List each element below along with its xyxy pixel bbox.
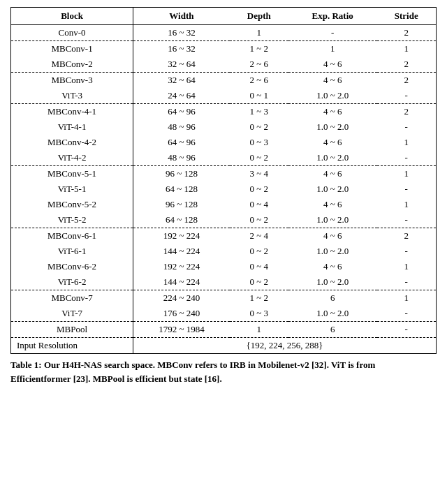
table-row: ViT-4-148 ~ 960 ~ 21.0 ~ 2.0- — [11, 119, 437, 135]
table-row: ViT-4-248 ~ 960 ~ 21.0 ~ 2.0- — [11, 150, 437, 166]
cell-depth: 0 ~ 2 — [230, 244, 288, 259]
cell-stride: - — [377, 306, 437, 322]
cell-depth: 0 ~ 3 — [230, 306, 288, 322]
cell-exp-ratio: 6 — [288, 322, 377, 338]
cell-width: 64 ~ 96 — [133, 135, 230, 150]
cell-depth: 1 ~ 2 — [230, 290, 288, 306]
table-row: MBConv-116 ~ 321 ~ 211 — [11, 41, 437, 57]
cell-width: 144 ~ 224 — [133, 244, 230, 259]
cell-exp-ratio: 1.0 ~ 2.0 — [288, 274, 377, 290]
cell-exp-ratio: 4 ~ 6 — [288, 259, 377, 274]
input-resolution-row: Input Resolution{192, 224, 256, 288} — [11, 338, 437, 354]
cell-depth: 1 — [230, 322, 288, 338]
table-caption: Table 1: Our H4H-NAS search space. MBCon… — [10, 358, 437, 385]
table-row: MBConv-6-1192 ~ 2242 ~ 44 ~ 62 — [11, 228, 437, 244]
cell-stride: 1 — [377, 197, 437, 212]
cell-stride: - — [377, 150, 437, 166]
cell-stride: 2 — [377, 25, 437, 41]
cell-stride: - — [377, 88, 437, 104]
cell-stride: - — [377, 212, 437, 228]
cell-block: ViT-5-1 — [11, 181, 133, 197]
cell-block: Conv-0 — [11, 25, 133, 41]
table-row: MBConv-4-164 ~ 961 ~ 34 ~ 62 — [11, 104, 437, 120]
cell-block: MBConv-3 — [11, 73, 133, 89]
cell-exp-ratio: 1.0 ~ 2.0 — [288, 306, 377, 322]
col-exp-ratio: Exp. Ratio — [288, 8, 377, 25]
cell-block: MBConv-6-2 — [11, 259, 133, 274]
cell-depth: 0 ~ 4 — [230, 197, 288, 212]
cell-depth: 0 ~ 2 — [230, 274, 288, 290]
cell-width: 96 ~ 128 — [133, 197, 230, 212]
cell-exp-ratio: - — [288, 25, 377, 41]
cell-depth: 2 ~ 4 — [230, 228, 288, 244]
cell-width: 32 ~ 64 — [133, 73, 230, 89]
cell-stride: - — [377, 119, 437, 135]
cell-depth: 2 ~ 6 — [230, 73, 288, 89]
table-row: MBConv-7224 ~ 2401 ~ 261 — [11, 290, 437, 306]
table-row: MBConv-5-196 ~ 1283 ~ 44 ~ 61 — [11, 166, 437, 182]
cell-stride: - — [377, 322, 437, 338]
cell-stride: 1 — [377, 290, 437, 306]
table-row: ViT-5-264 ~ 1280 ~ 21.0 ~ 2.0- — [11, 212, 437, 228]
cell-block: ViT-3 — [11, 88, 133, 104]
cell-depth: 1 — [230, 25, 288, 41]
cell-stride: 2 — [377, 228, 437, 244]
cell-block: MBConv-1 — [11, 41, 133, 57]
table-row: ViT-6-1144 ~ 2240 ~ 21.0 ~ 2.0- — [11, 244, 437, 259]
cell-exp-ratio: 1.0 ~ 2.0 — [288, 181, 377, 197]
cell-block: MBConv-4-2 — [11, 135, 133, 150]
cell-block: ViT-4-1 — [11, 119, 133, 135]
cell-width: 192 ~ 224 — [133, 259, 230, 274]
col-block: Block — [11, 8, 133, 25]
cell-width: 16 ~ 32 — [133, 41, 230, 57]
cell-width: 48 ~ 96 — [133, 119, 230, 135]
cell-stride: - — [377, 244, 437, 259]
input-resolution-value: {192, 224, 256, 288} — [133, 338, 437, 354]
cell-stride: 2 — [377, 104, 437, 120]
col-width: Width — [133, 8, 230, 25]
table-row: MBPool1792 ~ 198416- — [11, 322, 437, 338]
cell-stride: 1 — [377, 166, 437, 182]
cell-block: MBConv-4-1 — [11, 104, 133, 120]
cell-depth: 0 ~ 4 — [230, 259, 288, 274]
cell-exp-ratio: 4 ~ 6 — [288, 197, 377, 212]
cell-depth: 2 ~ 6 — [230, 57, 288, 73]
cell-exp-ratio: 4 ~ 6 — [288, 73, 377, 89]
cell-depth: 3 ~ 4 — [230, 166, 288, 182]
main-table: Block Width Depth Exp. Ratio Stride Conv… — [10, 7, 437, 354]
cell-width: 1792 ~ 1984 — [133, 322, 230, 338]
table-container: Block Width Depth Exp. Ratio Stride Conv… — [10, 7, 437, 385]
cell-depth: 0 ~ 2 — [230, 181, 288, 197]
cell-width: 64 ~ 96 — [133, 104, 230, 120]
table-row: Conv-016 ~ 321-2 — [11, 25, 437, 41]
cell-width: 224 ~ 240 — [133, 290, 230, 306]
cell-exp-ratio: 1 — [288, 41, 377, 57]
cell-block: MBConv-6-1 — [11, 228, 133, 244]
cell-width: 192 ~ 224 — [133, 228, 230, 244]
cell-stride: 2 — [377, 73, 437, 89]
table-row: ViT-5-164 ~ 1280 ~ 21.0 ~ 2.0- — [11, 181, 437, 197]
cell-block: MBConv-7 — [11, 290, 133, 306]
table-header-row: Block Width Depth Exp. Ratio Stride — [11, 8, 437, 25]
cell-block: MBConv-5-2 — [11, 197, 133, 212]
caption-bold: Table 1: Our H4H-NAS search space. MBCon… — [10, 360, 375, 384]
table-row: MBConv-5-296 ~ 1280 ~ 44 ~ 61 — [11, 197, 437, 212]
cell-exp-ratio: 1.0 ~ 2.0 — [288, 212, 377, 228]
cell-exp-ratio: 4 ~ 6 — [288, 57, 377, 73]
cell-exp-ratio: 6 — [288, 290, 377, 306]
cell-stride: - — [377, 181, 437, 197]
cell-width: 64 ~ 128 — [133, 212, 230, 228]
cell-exp-ratio: 1.0 ~ 2.0 — [288, 150, 377, 166]
col-depth: Depth — [230, 8, 288, 25]
cell-width: 144 ~ 224 — [133, 274, 230, 290]
cell-depth: 1 ~ 3 — [230, 104, 288, 120]
cell-exp-ratio: 1.0 ~ 2.0 — [288, 244, 377, 259]
cell-exp-ratio: 4 ~ 6 — [288, 166, 377, 182]
cell-block: ViT-4-2 — [11, 150, 133, 166]
cell-block: ViT-7 — [11, 306, 133, 322]
table-row: MBConv-6-2192 ~ 2240 ~ 44 ~ 61 — [11, 259, 437, 274]
cell-block: MBConv-2 — [11, 57, 133, 73]
cell-width: 32 ~ 64 — [133, 57, 230, 73]
cell-stride: 1 — [377, 259, 437, 274]
cell-block: ViT-5-2 — [11, 212, 133, 228]
